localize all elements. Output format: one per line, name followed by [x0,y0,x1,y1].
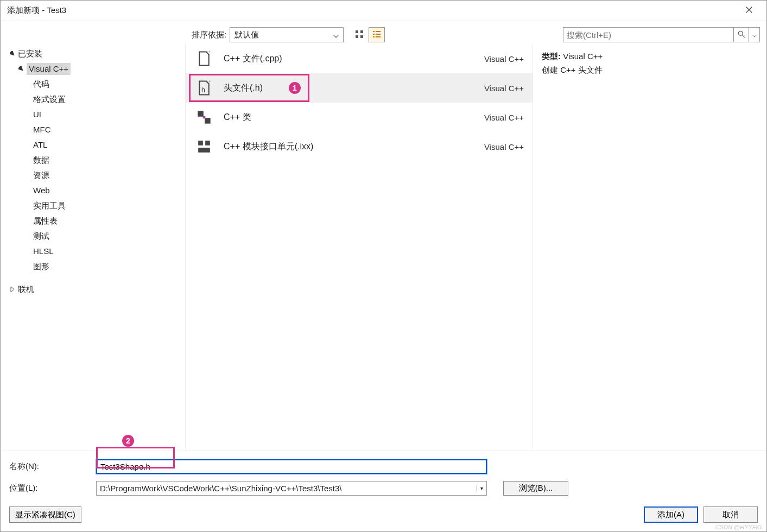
svg-rect-19 [205,141,210,145]
svg-rect-15 [198,111,204,117]
tree-label: 数据 [33,154,49,166]
template-name: C++ 文件(.cpp) [224,53,460,65]
tree-label: UI [33,109,41,121]
name-input[interactable] [96,459,487,474]
tree-label: 联机 [18,283,34,295]
sort-by-combo[interactable]: 默认值 [230,27,344,42]
svg-rect-7 [376,34,381,35]
tree-node-web[interactable]: Web [3,183,183,198]
tree-label: 资源 [33,169,49,181]
svg-point-10 [738,31,743,35]
location-label: 位置(L): [9,483,96,493]
tree-node-visual-cpp[interactable]: Visual C++ [3,61,183,77]
search-button[interactable] [734,27,749,42]
module-icon [194,137,214,156]
svg-rect-5 [376,31,381,32]
tree-label: HLSL [33,245,54,257]
template-item-cpp-class[interactable]: C++ 类 Visual C++ [186,103,533,132]
svg-text:++: ++ [206,80,211,84]
tree-node-online[interactable]: 联机 [3,282,183,297]
svg-rect-4 [373,31,375,32]
template-lang: Visual C++ [470,113,524,122]
template-name: C++ 类 [224,112,460,123]
tree-node-data[interactable]: 数据 [3,153,183,168]
template-item-module-interface[interactable]: C++ 模块接口单元(.ixx) Visual C++ [186,132,533,161]
svg-rect-6 [373,34,375,35]
template-item-cpp-file[interactable]: ++ C++ 文件(.cpp) Visual C++ [186,44,533,73]
search-box[interactable] [563,27,734,42]
view-small-icons-button[interactable] [351,27,367,42]
watermark: CSDN @HYYFKL [715,524,763,530]
location-combo[interactable]: D:\ProgramWork\VSCodeWork\C++\SunZhixing… [96,481,487,496]
svg-rect-2 [356,35,358,38]
cancel-button[interactable]: 取消 [703,506,758,523]
svg-rect-3 [360,35,363,38]
cpp-class-icon [194,107,214,127]
header-file-icon: h++ [194,78,214,98]
annotation-badge-1: 1 [289,82,301,94]
tree-node-resource[interactable]: 资源 [3,168,183,183]
tree-label: 实用工具 [33,200,66,212]
browse-button[interactable]: 浏览(B)... [503,481,568,496]
template-item-header-file[interactable]: h++ 头文件(.h) Visual C++ [186,73,533,103]
close-icon [745,6,753,16]
svg-rect-9 [376,36,381,37]
close-button[interactable] [738,1,760,21]
details-description: 创建 C++ 头文件 [542,65,758,75]
tree-node-hlsl[interactable]: HLSL [3,244,183,259]
tree-label: 属性表 [33,215,58,227]
tree-label: 图形 [33,261,49,273]
tree-node-atl[interactable]: ATL [3,137,183,153]
template-lang: Visual C++ [470,54,524,64]
search-dropdown[interactable] [749,27,760,42]
expander-collapse-icon [18,66,24,72]
tree-node-ui[interactable]: UI [3,107,183,122]
tree-node-test[interactable]: 测试 [3,229,183,244]
tree-label: 格式设置 [33,93,66,105]
tree-node-installed[interactable]: 已安装 [3,46,183,61]
tree-label: 测试 [33,230,49,242]
svg-text:h: h [201,86,205,94]
location-value: D:\ProgramWork\VSCodeWork\C++\SunZhixing… [97,484,477,493]
tree-label: Visual C++ [27,63,71,75]
sort-by-value: 默认值 [234,30,259,40]
svg-rect-20 [198,148,210,153]
expander-collapse-icon [9,50,16,57]
expander-expand-icon [9,286,16,293]
tree-node-mfc[interactable]: MFC [3,122,183,137]
svg-rect-17 [203,116,206,119]
svg-text:++: ++ [206,50,211,55]
window-title: 添加新项 - Test3 [7,5,66,16]
template-name: C++ 模块接口单元(.ixx) [224,141,460,153]
details-type-value: Visual C++ [563,52,603,61]
chevron-down-icon: ▾ [477,485,486,491]
tree-node-code[interactable]: 代码 [3,77,183,92]
tree-label: Web [33,185,50,197]
template-lang: Visual C++ [470,84,524,93]
sort-by-label: 排序依据: [192,30,226,40]
svg-rect-1 [360,30,363,33]
details-panel: 类型: Visual C++ 创建 C++ 头文件 [533,44,766,451]
svg-line-11 [742,35,744,37]
grid-icon [355,30,364,40]
add-button[interactable]: 添加(A) [644,506,698,523]
search-input[interactable] [563,30,733,40]
tree-label: 代码 [33,78,49,90]
view-list-button[interactable] [369,27,385,42]
svg-rect-18 [198,141,203,145]
tree-node-formatting[interactable]: 格式设置 [3,92,183,107]
list-icon [372,30,381,40]
category-tree[interactable]: 已安装 Visual C++ 代码 格式设置 UI MFC ATL 数据 资源 … [1,44,185,451]
tree-node-property-sheets[interactable]: 属性表 [3,213,183,229]
template-list[interactable]: ++ C++ 文件(.cpp) Visual C++ h++ 头文件(.h) V… [185,44,533,451]
details-type-label: 类型: [542,52,561,61]
chevron-down-icon [333,30,339,40]
svg-rect-16 [205,118,211,124]
svg-rect-0 [356,30,358,33]
tree-node-utility[interactable]: 实用工具 [3,198,183,213]
tree-label: 已安装 [18,48,42,60]
tree-node-graphics[interactable]: 图形 [3,259,183,274]
annotation-badge-2: 2 [122,435,134,447]
chevron-down-icon [752,30,757,39]
compact-view-button[interactable]: 显示紧凑视图(C) [9,506,81,523]
